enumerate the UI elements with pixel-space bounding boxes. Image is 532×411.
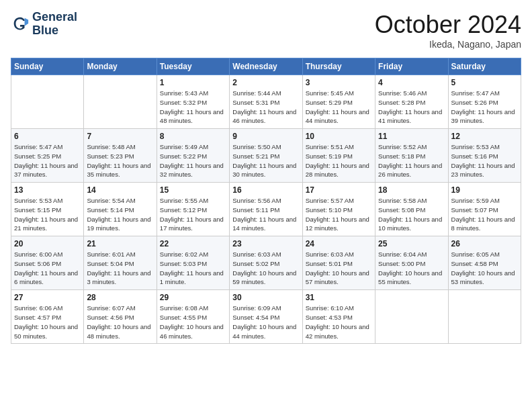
calendar-cell: 13Sunrise: 5:53 AM Sunset: 5:15 PM Dayli…	[11, 183, 84, 236]
calendar-cell: 11Sunrise: 5:52 AM Sunset: 5:18 PM Dayli…	[375, 129, 448, 183]
day-number: 30	[232, 293, 299, 302]
calendar-cell	[375, 290, 448, 344]
calendar-cell: 1Sunrise: 5:43 AM Sunset: 5:32 PM Daylig…	[157, 75, 229, 129]
calendar-cell: 5Sunrise: 5:47 AM Sunset: 5:26 PM Daylig…	[448, 75, 521, 129]
calendar-cell: 15Sunrise: 5:55 AM Sunset: 5:12 PM Dayli…	[157, 183, 229, 236]
calendar-cell: 8Sunrise: 5:49 AM Sunset: 5:22 PM Daylig…	[157, 129, 229, 183]
day-number: 17	[306, 185, 372, 195]
day-number: 10	[306, 132, 372, 141]
weekday-header: Monday	[84, 58, 157, 75]
day-info: Sunrise: 6:03 AM Sunset: 5:02 PM Dayligh…	[232, 250, 299, 287]
day-number: 29	[160, 293, 226, 302]
day-number: 3	[306, 78, 372, 87]
day-number: 18	[378, 185, 445, 195]
day-number: 13	[14, 185, 81, 195]
calendar-cell: 22Sunrise: 6:02 AM Sunset: 5:03 PM Dayli…	[157, 236, 229, 290]
day-info: Sunrise: 5:48 AM Sunset: 5:23 PM Dayligh…	[87, 142, 153, 179]
logo: General Blue	[11, 11, 77, 38]
weekday-header: Wednesday	[230, 58, 302, 75]
day-number: 6	[14, 132, 81, 141]
day-info: Sunrise: 5:56 AM Sunset: 5:11 PM Dayligh…	[232, 196, 299, 233]
calendar-cell: 9Sunrise: 5:50 AM Sunset: 5:21 PM Daylig…	[230, 129, 302, 183]
day-number: 12	[451, 132, 518, 141]
day-info: Sunrise: 5:58 AM Sunset: 5:08 PM Dayligh…	[378, 196, 445, 233]
day-number: 4	[378, 78, 445, 87]
day-info: Sunrise: 6:04 AM Sunset: 5:00 PM Dayligh…	[378, 250, 445, 287]
calendar-cell	[11, 75, 84, 129]
day-info: Sunrise: 5:59 AM Sunset: 5:07 PM Dayligh…	[451, 196, 518, 233]
day-info: Sunrise: 5:53 AM Sunset: 5:16 PM Dayligh…	[451, 142, 518, 179]
day-number: 27	[14, 293, 81, 302]
calendar-cell: 25Sunrise: 6:04 AM Sunset: 5:00 PM Dayli…	[375, 236, 448, 290]
day-number: 26	[451, 239, 518, 248]
day-number: 9	[232, 132, 299, 141]
calendar-cell: 28Sunrise: 6:07 AM Sunset: 4:56 PM Dayli…	[84, 290, 157, 344]
calendar-cell: 7Sunrise: 5:48 AM Sunset: 5:23 PM Daylig…	[84, 129, 157, 183]
day-number: 5	[451, 78, 518, 87]
logo-line2: Blue	[32, 24, 77, 38]
day-number: 22	[160, 239, 226, 248]
day-info: Sunrise: 6:08 AM Sunset: 4:55 PM Dayligh…	[160, 304, 226, 340]
weekday-header: Thursday	[302, 58, 375, 75]
calendar-week-row: 6Sunrise: 5:47 AM Sunset: 5:25 PM Daylig…	[11, 129, 521, 183]
day-number: 15	[160, 185, 226, 195]
day-info: Sunrise: 5:43 AM Sunset: 5:32 PM Dayligh…	[160, 89, 226, 126]
day-info: Sunrise: 6:10 AM Sunset: 4:53 PM Dayligh…	[306, 304, 372, 340]
day-info: Sunrise: 5:47 AM Sunset: 5:25 PM Dayligh…	[14, 142, 81, 179]
day-number: 1	[160, 78, 226, 87]
calendar-table: SundayMondayTuesdayWednesdayThursdayFrid…	[11, 58, 521, 344]
day-number: 16	[232, 185, 299, 195]
calendar-week-row: 20Sunrise: 6:00 AM Sunset: 5:06 PM Dayli…	[11, 236, 521, 290]
day-info: Sunrise: 5:44 AM Sunset: 5:31 PM Dayligh…	[232, 89, 299, 126]
logo-line1: General	[32, 11, 77, 24]
day-info: Sunrise: 6:06 AM Sunset: 4:57 PM Dayligh…	[14, 304, 81, 340]
day-number: 7	[87, 132, 153, 141]
calendar-cell: 31Sunrise: 6:10 AM Sunset: 4:53 PM Dayli…	[302, 290, 375, 344]
calendar-cell: 27Sunrise: 6:06 AM Sunset: 4:57 PM Dayli…	[11, 290, 84, 344]
calendar-cell: 18Sunrise: 5:58 AM Sunset: 5:08 PM Dayli…	[375, 183, 448, 236]
calendar-cell: 12Sunrise: 5:53 AM Sunset: 5:16 PM Dayli…	[448, 129, 521, 183]
calendar-cell: 20Sunrise: 6:00 AM Sunset: 5:06 PM Dayli…	[11, 236, 84, 290]
day-number: 14	[87, 185, 153, 195]
calendar-cell: 4Sunrise: 5:46 AM Sunset: 5:28 PM Daylig…	[375, 75, 448, 129]
calendar-cell	[84, 75, 157, 129]
calendar-week-row: 27Sunrise: 6:06 AM Sunset: 4:57 PM Dayli…	[11, 290, 521, 344]
day-number: 2	[232, 78, 299, 87]
day-info: Sunrise: 6:01 AM Sunset: 5:04 PM Dayligh…	[87, 250, 153, 287]
day-info: Sunrise: 6:02 AM Sunset: 5:03 PM Dayligh…	[160, 250, 226, 287]
day-info: Sunrise: 5:50 AM Sunset: 5:21 PM Dayligh…	[232, 142, 299, 179]
weekday-header: Sunday	[11, 58, 84, 75]
day-number: 23	[232, 239, 299, 248]
day-info: Sunrise: 5:51 AM Sunset: 5:19 PM Dayligh…	[306, 142, 372, 179]
weekday-header: Saturday	[448, 58, 521, 75]
calendar-cell: 10Sunrise: 5:51 AM Sunset: 5:19 PM Dayli…	[302, 129, 375, 183]
calendar-week-row: 13Sunrise: 5:53 AM Sunset: 5:15 PM Dayli…	[11, 183, 521, 236]
day-info: Sunrise: 5:46 AM Sunset: 5:28 PM Dayligh…	[378, 89, 445, 126]
day-number: 20	[14, 239, 81, 248]
day-info: Sunrise: 5:55 AM Sunset: 5:12 PM Dayligh…	[160, 196, 226, 233]
day-info: Sunrise: 5:57 AM Sunset: 5:10 PM Dayligh…	[306, 196, 372, 233]
calendar-cell: 14Sunrise: 5:54 AM Sunset: 5:14 PM Dayli…	[84, 183, 157, 236]
day-info: Sunrise: 6:07 AM Sunset: 4:56 PM Dayligh…	[87, 304, 153, 340]
day-info: Sunrise: 6:05 AM Sunset: 4:58 PM Dayligh…	[451, 250, 518, 287]
page-header: General Blue October 2024 Ikeda, Nagano,…	[11, 11, 521, 50]
calendar-cell: 30Sunrise: 6:09 AM Sunset: 4:54 PM Dayli…	[230, 290, 302, 344]
calendar-cell: 16Sunrise: 5:56 AM Sunset: 5:11 PM Dayli…	[230, 183, 302, 236]
weekday-header: Friday	[375, 58, 448, 75]
calendar-header-row: SundayMondayTuesdayWednesdayThursdayFrid…	[11, 58, 521, 75]
day-info: Sunrise: 6:09 AM Sunset: 4:54 PM Dayligh…	[232, 304, 299, 340]
day-info: Sunrise: 5:52 AM Sunset: 5:18 PM Dayligh…	[378, 142, 445, 179]
calendar-cell: 6Sunrise: 5:47 AM Sunset: 5:25 PM Daylig…	[11, 129, 84, 183]
calendar-body: 1Sunrise: 5:43 AM Sunset: 5:32 PM Daylig…	[11, 75, 521, 344]
calendar-cell: 26Sunrise: 6:05 AM Sunset: 4:58 PM Dayli…	[448, 236, 521, 290]
calendar-cell: 19Sunrise: 5:59 AM Sunset: 5:07 PM Dayli…	[448, 183, 521, 236]
calendar-cell: 21Sunrise: 6:01 AM Sunset: 5:04 PM Dayli…	[84, 236, 157, 290]
day-info: Sunrise: 6:03 AM Sunset: 5:01 PM Dayligh…	[306, 250, 372, 287]
calendar-cell: 29Sunrise: 6:08 AM Sunset: 4:55 PM Dayli…	[157, 290, 229, 344]
title-block: October 2024 Ikeda, Nagano, Japan	[375, 11, 521, 50]
calendar-cell: 2Sunrise: 5:44 AM Sunset: 5:31 PM Daylig…	[230, 75, 302, 129]
location: Ikeda, Nagano, Japan	[375, 39, 521, 50]
day-number: 8	[160, 132, 226, 141]
month-title: October 2024	[375, 11, 521, 39]
day-number: 25	[378, 239, 445, 248]
